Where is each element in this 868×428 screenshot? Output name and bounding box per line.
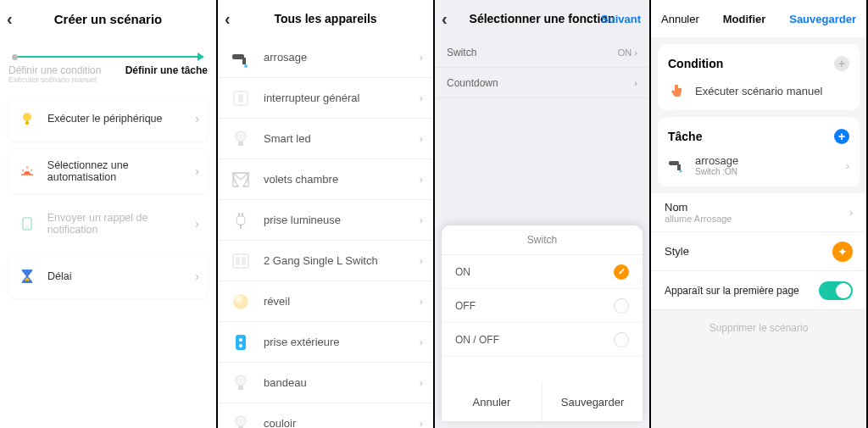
task-item[interactable]: arrosage Switch :ON › (668, 146, 849, 178)
svg-point-32 (680, 170, 682, 173)
condition-item[interactable]: Exécuter scénario manuel (668, 73, 849, 102)
pane-all-devices: ‹ Tous les appareils arrosage› interrupt… (218, 0, 435, 428)
toggle-on[interactable] (819, 281, 853, 300)
compass-icon: ✦ (832, 242, 853, 262)
device-smart-led[interactable]: Smart led› (218, 119, 433, 159)
plug-icon (230, 209, 252, 231)
back-icon[interactable]: ‹ (7, 9, 13, 29)
pane-select-function: ‹ Sélectionner une fonction Suivant Swit… (435, 0, 651, 428)
device-couloir[interactable]: couloir› (218, 403, 433, 428)
svg-line-4 (31, 170, 32, 171)
svg-rect-18 (233, 254, 248, 268)
svg-point-24 (239, 338, 242, 342)
condition-title: Condition (668, 57, 723, 70)
svg-rect-1 (25, 121, 29, 125)
chevron-right-icon: › (195, 270, 199, 283)
cancel-button[interactable]: Annuler (661, 13, 699, 25)
device-2gang-switch[interactable]: 2 Gang Single L Switch› (218, 241, 433, 281)
sheet-option-on[interactable]: ON (442, 255, 643, 289)
bulb-grey-icon (230, 372, 252, 394)
option-send-notification: Envoyer un rappel de notification › (8, 202, 208, 246)
task-section: Tâche + arrosage Switch :ON › (658, 117, 860, 186)
action-sheet: Switch ON OFF ON / OFF Annuler Sauvegard… (442, 225, 643, 421)
device-prise-exterieure[interactable]: prise extérieure› (218, 322, 433, 363)
switch2-icon (230, 250, 252, 272)
svg-rect-31 (677, 164, 681, 170)
faucet-icon (668, 156, 687, 175)
header-title: Tous les appareils (274, 12, 376, 25)
back-icon[interactable]: ‹ (225, 9, 231, 29)
action-sheet-backdrop: Switch ON OFF ON / OFF Annuler Sauvegard… (435, 0, 649, 428)
task-options: Exécuter le périphérique › Sélectionnez … (0, 97, 216, 298)
chevron-right-icon: › (846, 159, 849, 172)
faucet-icon (230, 47, 252, 69)
sheet-title: Switch (442, 225, 643, 255)
svg-point-25 (239, 344, 242, 347)
save-button[interactable]: Sauvegarder (789, 13, 856, 25)
add-task-button[interactable]: + (834, 129, 849, 144)
chevron-right-icon: › (420, 336, 423, 348)
radio-checked-icon (614, 264, 629, 280)
chevron-right-icon: › (420, 417, 423, 428)
svg-rect-7 (232, 54, 244, 59)
delete-scenario-button[interactable]: Supprimer le scénario (651, 310, 866, 346)
chevron-right-icon: › (420, 376, 423, 389)
phone-icon (17, 214, 37, 234)
step-condition-label: Définir une condition (8, 64, 101, 76)
device-reveil[interactable]: réveil› (218, 281, 433, 322)
row-name[interactable]: Nom allume Arrosage › (651, 193, 866, 232)
progress-bar (0, 37, 216, 64)
option-delay[interactable]: Délai › (8, 254, 208, 298)
svg-rect-11 (238, 94, 243, 103)
sunrise-icon (17, 161, 37, 181)
tap-icon (668, 81, 687, 100)
device-arrosage[interactable]: arrosage› (218, 37, 433, 78)
sheet-option-toggle[interactable]: ON / OFF (442, 323, 643, 357)
chevron-right-icon: › (420, 92, 423, 104)
step-labels: Définir une condition Exécuter scénario … (0, 64, 216, 97)
chevron-right-icon: › (849, 206, 853, 219)
chevron-right-icon: › (420, 214, 423, 226)
svg-rect-27 (238, 386, 243, 390)
svg-point-26 (236, 375, 246, 386)
svg-point-9 (244, 64, 248, 68)
svg-point-28 (236, 416, 246, 426)
pane-edit-scenario: Annuler Modifier Sauvegarder Condition +… (651, 0, 868, 428)
svg-line-3 (22, 170, 24, 171)
svg-rect-14 (236, 216, 245, 225)
radio-icon (614, 332, 629, 347)
curtain-icon (230, 169, 252, 191)
chevron-right-icon: › (420, 254, 423, 267)
step-task-label: Définir une tâche (125, 64, 208, 85)
row-appear-first-page[interactable]: Apparaît sur la première page (651, 271, 866, 310)
header: Annuler Modifier Sauvegarder (651, 0, 866, 37)
header-title: Modifier (723, 13, 766, 25)
sheet-option-off[interactable]: OFF (442, 289, 643, 323)
device-prise-lumineuse[interactable]: prise lumineuse› (218, 200, 433, 241)
bulb-icon (17, 108, 37, 129)
device-interrupteur-general[interactable]: interrupteur général› (218, 78, 433, 119)
pane-create-scenario: ‹ Créer un scénario Définir une conditio… (0, 0, 218, 428)
row-style[interactable]: Style ✦ (651, 232, 866, 271)
task-title: Tâche (668, 130, 702, 143)
chevron-right-icon: › (420, 51, 423, 64)
condition-section: Condition + Exécuter scénario manuel (658, 44, 860, 110)
device-bandeau[interactable]: bandeau› (218, 363, 433, 403)
add-condition-button[interactable]: + (834, 56, 849, 71)
outdoor-plug-icon (230, 331, 252, 353)
svg-point-6 (26, 226, 28, 228)
chevron-right-icon: › (420, 173, 423, 186)
svg-rect-19 (236, 257, 240, 265)
sheet-cancel-button[interactable]: Annuler (442, 382, 542, 421)
sheet-save-button[interactable]: Sauvegarder (542, 382, 643, 421)
chevron-right-icon: › (195, 164, 199, 178)
svg-point-12 (236, 131, 246, 142)
svg-rect-23 (236, 335, 246, 350)
bulb-grey-icon (230, 413, 252, 429)
radio-icon (614, 298, 629, 314)
lamp-icon (230, 291, 252, 313)
device-volets-chambre[interactable]: volets chambre› (218, 159, 433, 200)
option-select-automation[interactable]: Sélectionnez une automatisation › (8, 149, 208, 193)
option-run-device[interactable]: Exécuter le périphérique › (8, 97, 208, 141)
step-condition-sub: Exécuter scénario manuel (8, 76, 101, 85)
